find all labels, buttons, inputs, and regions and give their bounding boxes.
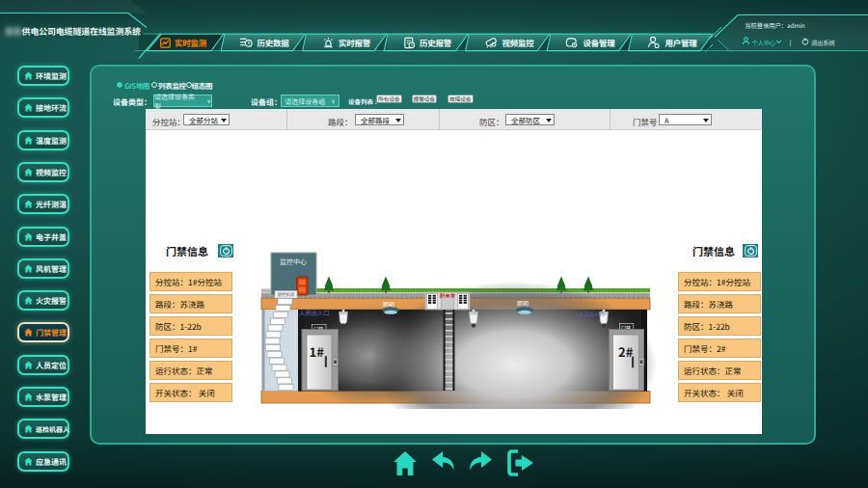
svg-text:人员出入口: 人员出入口 <box>579 311 605 318</box>
svg-text:照明: 照明 <box>517 299 529 308</box>
svg-text:1#: 1# <box>310 342 325 361</box>
svg-text:监控机房: 监控机房 <box>278 291 295 297</box>
svg-text:照明: 照明 <box>383 300 394 309</box>
svg-text:2#: 2# <box>618 342 634 361</box>
svg-text:监控中心: 监控中心 <box>280 257 307 266</box>
svg-text:人员出入口: 人员出入口 <box>299 308 330 317</box>
